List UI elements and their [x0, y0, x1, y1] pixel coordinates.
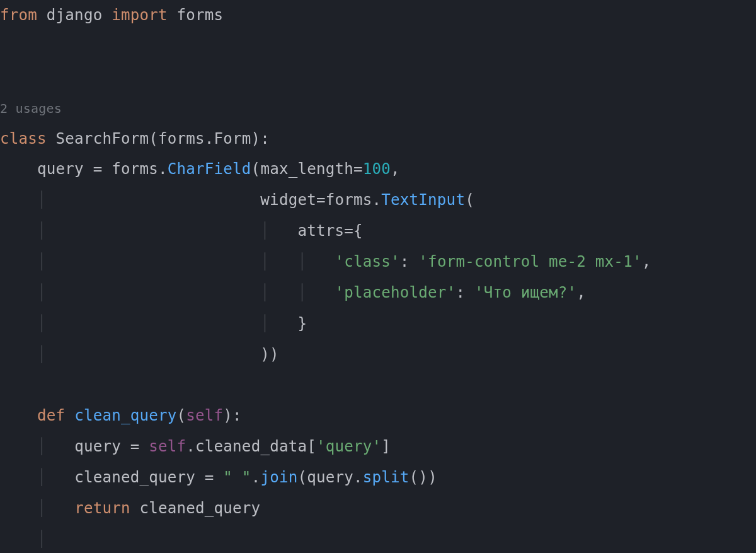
token-op: [: [307, 438, 316, 455]
token-op: :: [455, 284, 474, 301]
token-id: Form: [214, 130, 251, 148]
token-id: query: [74, 438, 130, 455]
token-id: query: [307, 469, 353, 486]
token-op: ,: [576, 284, 586, 301]
token-id: forms: [177, 6, 224, 24]
token-id: django: [47, 6, 103, 24]
token-fn: TextInput: [381, 191, 465, 209]
token-num: 100: [363, 160, 391, 178]
token-str: 'Что ищем?': [474, 284, 576, 301]
token-id: SearchForm: [56, 130, 149, 148]
token-op: (: [177, 407, 186, 424]
token-id: cleaned_data: [195, 438, 307, 455]
token-self: self: [186, 407, 223, 424]
token-self: self: [149, 438, 186, 455]
token-fn: split: [363, 469, 410, 486]
token-id: forms: [112, 160, 158, 178]
token-id: forms: [158, 130, 205, 148]
token-id: [102, 6, 112, 24]
token-kw: from: [0, 6, 37, 24]
token-str: " ": [223, 469, 251, 486]
token-op: (: [465, 191, 474, 209]
token-op: =: [353, 160, 363, 178]
token-id: max_length: [260, 160, 353, 178]
token-op: .: [353, 469, 363, 486]
token-op: }: [297, 315, 307, 332]
token-op: =: [130, 438, 149, 455]
token-str: 'query': [316, 438, 381, 455]
code-editor[interactable]: from django import forms 2 usages class …: [0, 0, 756, 553]
token-op: ):: [251, 130, 270, 148]
token-kw: return: [74, 499, 139, 517]
token-fndef: clean_query: [74, 407, 176, 424]
token-id: forms: [326, 191, 372, 209]
token-str: 'class': [335, 253, 399, 271]
token-id: cleaned_query: [74, 469, 205, 486]
token-id: widget: [260, 191, 316, 209]
token-id: cleaned_query: [139, 499, 260, 517]
token-op: (: [149, 130, 158, 148]
token-id: [168, 6, 177, 24]
token-str: 'form-control me-2 mx-1': [418, 253, 641, 271]
token-op: .: [251, 469, 261, 486]
token-op: =: [93, 160, 112, 178]
token-op: ,: [391, 160, 400, 178]
token-str: 'placeholder': [335, 284, 455, 301]
token-op: .: [158, 160, 168, 178]
token-op: ,: [642, 253, 651, 271]
token-id: [37, 6, 47, 24]
usages-hint[interactable]: 2 usages: [0, 101, 62, 116]
token-op: {: [353, 222, 363, 240]
token-op: =: [344, 222, 353, 240]
token-kw: class: [0, 130, 56, 148]
token-op: .: [186, 438, 195, 455]
token-op: ):: [223, 407, 242, 424]
token-op: )): [260, 346, 279, 363]
token-op: ]: [381, 438, 391, 455]
token-op: (: [251, 160, 261, 178]
token-id: query: [37, 160, 93, 178]
token-op: .: [205, 130, 214, 148]
token-op: :: [400, 253, 419, 271]
token-fn: CharField: [168, 160, 251, 178]
token-op: =: [205, 469, 224, 486]
token-id: attrs: [297, 222, 344, 240]
token-kw: def: [37, 407, 74, 424]
token-op: ()): [410, 469, 437, 486]
token-fn: join: [260, 469, 297, 486]
token-op: .: [372, 191, 382, 209]
token-op: (: [297, 469, 307, 486]
token-kw: import: [112, 6, 168, 24]
token-op: =: [316, 191, 326, 209]
